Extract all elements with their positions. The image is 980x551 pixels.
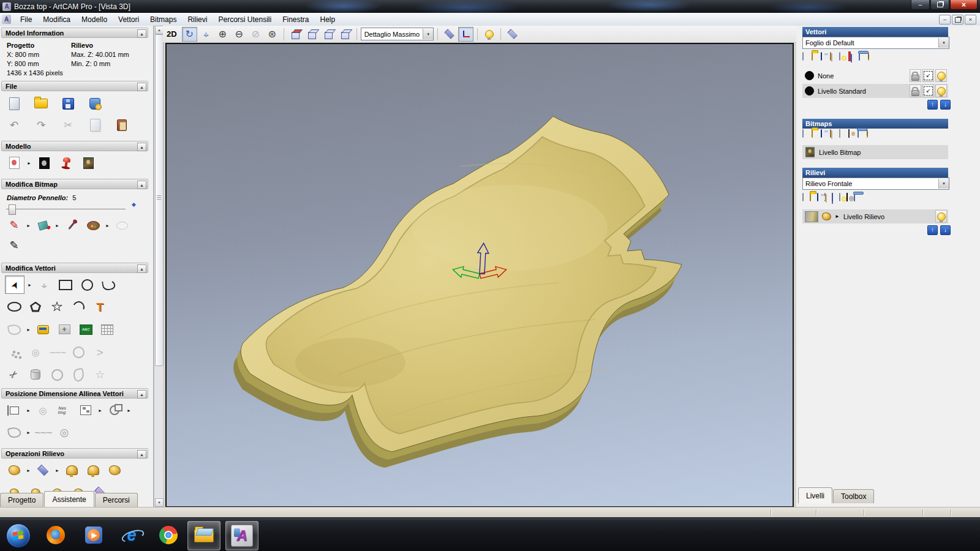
create-arc-button[interactable]	[69, 298, 88, 315]
restore-button[interactable]	[930, 0, 949, 10]
vector-texture-button[interactable]: ☆	[91, 366, 109, 383]
flyout-expander[interactable]: ►	[26, 408, 31, 413]
view-3d-canvas[interactable]	[165, 43, 794, 508]
mdi-close-button[interactable]: ×	[965, 15, 976, 24]
create-circle-button[interactable]	[78, 276, 96, 293]
new-vector-layer-button[interactable]	[802, 53, 804, 60]
merge-bitmap-layers-button[interactable]	[830, 130, 831, 137]
create-star-button[interactable]	[48, 298, 66, 315]
tab-assistente[interactable]: Assistente	[44, 491, 94, 507]
move-relief-up-button[interactable]: ↑	[927, 225, 938, 235]
taskbar-internet-explorer-button[interactable]: e	[120, 523, 143, 547]
mdi-restore-button[interactable]	[952, 15, 963, 24]
section-model-information[interactable]: Model Information ▲	[1, 28, 148, 38]
layer-visibility-button[interactable]	[935, 210, 947, 223]
start-button[interactable]	[6, 523, 31, 548]
snap-grid-button[interactable]: +	[55, 321, 74, 338]
save-vector-layer-button[interactable]	[821, 53, 822, 60]
edit-nodes-button[interactable]	[69, 343, 88, 361]
section-posizione[interactable]: Posizione Dimensione Allinea Vettori ▲	[1, 388, 148, 399]
delete-relief-layer-button[interactable]	[854, 193, 855, 201]
flood-fill-button[interactable]	[34, 217, 52, 234]
merge-vector-layers-button[interactable]	[830, 53, 831, 60]
section-file[interactable]: File ▲	[1, 81, 148, 91]
move-layer-up-button[interactable]: ↑	[927, 100, 938, 110]
bitmap-layer-extra-button[interactable]	[867, 130, 868, 137]
flyout-expander[interactable]: ►	[28, 283, 32, 287]
menu-vettori[interactable]: Vettori	[113, 13, 145, 26]
align-vectors-button[interactable]	[5, 402, 23, 419]
vector-sheet-dropdown[interactable]: Foglio di Default ▼	[802, 37, 949, 49]
delete-bitmap-layer-button[interactable]	[858, 130, 859, 137]
view-along-z-button[interactable]	[337, 27, 353, 42]
tab-progetto[interactable]: Progetto	[0, 493, 43, 507]
save-relief-layer-button[interactable]	[817, 193, 818, 201]
taskbar-media-player-button[interactable]: ▶	[82, 523, 105, 547]
measure-button[interactable]	[34, 321, 52, 338]
collapse-button[interactable]: ▲	[137, 264, 146, 273]
add-relief-button[interactable]	[62, 462, 81, 479]
create-polygon-button[interactable]	[26, 298, 45, 315]
open-vector-layer-button[interactable]	[812, 53, 813, 60]
relief-preview-button[interactable]	[846, 193, 848, 201]
dropdown-button[interactable]: ▼	[938, 179, 949, 189]
offset-vectors-button[interactable]	[5, 343, 23, 361]
spiral-button[interactable]: ◎	[55, 424, 74, 441]
merge-relief-button[interactable]	[105, 462, 124, 479]
vector-layer-row-standard[interactable]: Livello Standard ↙	[802, 84, 948, 98]
draw-line-button[interactable]: ✎	[5, 237, 23, 254]
create-ellipse-button[interactable]	[5, 298, 23, 315]
select-vectors-button[interactable]: ➤	[5, 276, 24, 294]
paste-button[interactable]	[113, 116, 131, 133]
export-model-button[interactable]	[86, 95, 104, 112]
flyout-expander[interactable]: ►	[26, 430, 31, 435]
new-model-button[interactable]	[5, 95, 23, 112]
dropdown-button[interactable]: ▼	[938, 38, 949, 48]
view-along-x-button[interactable]	[304, 27, 320, 42]
flyout-expander[interactable]: ►	[98, 408, 102, 413]
flyout-expander[interactable]: ►	[27, 161, 31, 165]
flyout-expander[interactable]: ►	[127, 408, 131, 413]
trim-vectors-button[interactable]: ✂	[5, 366, 23, 383]
copy-button[interactable]	[86, 116, 104, 133]
text-on-curve-button[interactable]: ◎	[34, 402, 52, 419]
origin-toggle-button[interactable]	[458, 27, 473, 42]
flyout-expander[interactable]: ►	[55, 468, 59, 473]
relief-plane-button[interactable]	[34, 462, 52, 479]
taskbar-chrome-button[interactable]	[157, 523, 180, 547]
zoom-in-button[interactable]: ⊕	[215, 27, 230, 42]
bitmap-layer-row[interactable]: Livello Bitmap	[802, 145, 948, 159]
colour-picker-button[interactable]	[62, 217, 81, 234]
dropdown-button[interactable]: ▼	[423, 29, 433, 39]
zoom-previous-button[interactable]: ⊘	[248, 27, 263, 42]
material-plane-button[interactable]	[505, 27, 520, 42]
distort-vectors-button[interactable]	[98, 321, 116, 338]
redo-button[interactable]: ↷	[32, 116, 50, 133]
open-model-button[interactable]	[32, 95, 50, 112]
view-along-y-button[interactable]	[321, 27, 336, 42]
flyout-expander[interactable]: ►	[26, 468, 31, 473]
delete-vector-layer-button[interactable]	[859, 53, 860, 60]
assistant-scrollbar[interactable]: ▲ ▼	[154, 26, 163, 507]
brush-slider-thumb[interactable]	[9, 204, 16, 215]
gradient-button[interactable]	[839, 130, 840, 137]
new-relief-layer-button[interactable]	[802, 193, 804, 201]
new-bitmap-layer-button[interactable]	[802, 130, 804, 137]
lock-layer-button[interactable]	[910, 69, 921, 82]
collapse-button[interactable]: ▲	[137, 83, 146, 91]
menu-percorsi-utensili[interactable]: Percorsi Utensili	[213, 13, 277, 26]
layer-colour-swatch[interactable]	[805, 86, 814, 96]
taskbar-firefox-button[interactable]	[44, 523, 67, 547]
clear-bitmap-button[interactable]	[113, 217, 131, 234]
menu-help[interactable]: Help	[315, 13, 341, 26]
paint-button[interactable]: ✎	[5, 217, 23, 234]
mirror-vectors-button[interactable]	[5, 424, 23, 441]
minimize-button[interactable]: –	[911, 0, 930, 10]
save-bitmap-layer-button[interactable]	[821, 130, 822, 137]
tab-percorsi[interactable]: Percorsi	[95, 493, 138, 507]
section-modifica-vettori[interactable]: Modifica Vettori ▲	[1, 263, 148, 273]
group-vectors-button[interactable]	[105, 402, 124, 419]
mirror-merge-button[interactable]	[69, 366, 88, 383]
collapse-button[interactable]: ▲	[137, 390, 146, 399]
draw-plane-button[interactable]	[442, 27, 457, 42]
